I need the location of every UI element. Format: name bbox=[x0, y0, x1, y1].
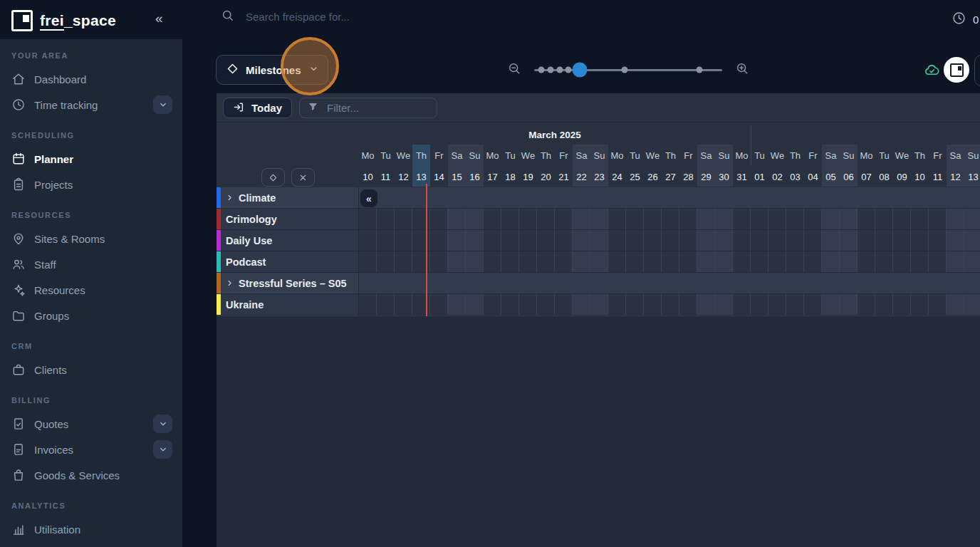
timeline-day-cell[interactable] bbox=[626, 209, 644, 229]
timeline-day-cell[interactable] bbox=[751, 230, 768, 251]
timeline-day-cell[interactable] bbox=[626, 251, 644, 272]
timeline-day-cell[interactable] bbox=[911, 251, 929, 272]
timeline-day-cell[interactable] bbox=[608, 209, 626, 229]
timeline-day-cell[interactable] bbox=[964, 294, 980, 315]
day-column-header[interactable]: Sa15 bbox=[448, 145, 466, 187]
user-avatar[interactable] bbox=[944, 57, 969, 83]
timeline-day-cell[interactable] bbox=[679, 230, 697, 251]
timeline-day-cell[interactable] bbox=[768, 209, 786, 229]
timeline-day-cell[interactable] bbox=[590, 251, 608, 272]
timeline-day-cell[interactable] bbox=[822, 209, 840, 229]
sidebar-item-invoices[interactable]: Invoices bbox=[0, 437, 182, 462]
timeline-day-cell[interactable] bbox=[715, 294, 733, 315]
day-column-header[interactable]: Su16 bbox=[466, 145, 484, 187]
day-column-header[interactable]: We09 bbox=[893, 145, 911, 187]
timeline-day-cell[interactable] bbox=[947, 209, 964, 229]
project-row-label[interactable]: Ukraine bbox=[217, 294, 359, 316]
timeline-day-cell[interactable] bbox=[786, 209, 804, 229]
timeline-day-cell[interactable] bbox=[395, 294, 412, 315]
timeline-day-cell[interactable] bbox=[484, 230, 501, 251]
timeline-day-cell[interactable] bbox=[501, 209, 519, 229]
day-column-header[interactable]: We12 bbox=[395, 145, 412, 187]
timeline-day-cell[interactable] bbox=[840, 251, 858, 272]
day-column-header[interactable]: Fr04 bbox=[804, 145, 822, 187]
day-column-header[interactable]: Mo07 bbox=[858, 145, 875, 187]
day-column-header[interactable]: Th13 bbox=[412, 145, 430, 187]
timeline-day-cell[interactable] bbox=[555, 251, 573, 272]
timeline-day-cell[interactable] bbox=[484, 294, 501, 315]
timeline-day-cell[interactable] bbox=[412, 251, 430, 272]
timeline-day-cell[interactable] bbox=[466, 294, 484, 315]
timeline-day-cell[interactable] bbox=[697, 230, 715, 251]
day-column-header[interactable]: Th20 bbox=[537, 145, 555, 187]
timeline-day-cell[interactable] bbox=[537, 251, 555, 272]
timeline-day-cell[interactable] bbox=[644, 294, 662, 315]
project-timeline-track[interactable] bbox=[359, 230, 980, 251]
timeline-day-cell[interactable] bbox=[786, 294, 804, 315]
toggle-milestones-button[interactable] bbox=[261, 168, 285, 187]
timeline-day-cell[interactable] bbox=[537, 209, 555, 229]
timeline-day-cell[interactable] bbox=[537, 230, 555, 251]
timeline-day-cell[interactable] bbox=[768, 294, 786, 315]
timeline-day-cell[interactable] bbox=[662, 251, 679, 272]
toolbar-edge-button[interactable] bbox=[974, 55, 980, 86]
sidebar-item-sites-rooms[interactable]: Sites & Rooms bbox=[0, 226, 182, 251]
timeline-day-cell[interactable] bbox=[608, 230, 626, 251]
timeline-day-cell[interactable] bbox=[395, 251, 412, 272]
timeline-day-cell[interactable] bbox=[964, 230, 980, 251]
timeline-day-cell[interactable] bbox=[377, 230, 395, 251]
timeline-day-cell[interactable] bbox=[412, 294, 430, 315]
timeline-day-cell[interactable] bbox=[608, 251, 626, 272]
timeline-day-cell[interactable] bbox=[804, 209, 822, 229]
day-column-header[interactable]: Tu01 bbox=[751, 145, 768, 187]
timeline-day-cell[interactable] bbox=[751, 294, 768, 315]
app-logo[interactable]: frei_space bbox=[11, 10, 116, 31]
timeline-day-cell[interactable] bbox=[626, 230, 644, 251]
timeline-day-cell[interactable] bbox=[448, 294, 466, 315]
today-button[interactable]: Today bbox=[223, 98, 292, 118]
sidebar-collapse-button[interactable]: « bbox=[155, 11, 163, 26]
timeline-day-cell[interactable] bbox=[519, 251, 537, 272]
milestones-dropdown-button[interactable]: Milestones bbox=[216, 55, 328, 85]
timeline-day-cell[interactable] bbox=[786, 251, 804, 272]
day-column-header[interactable]: Su23 bbox=[590, 145, 608, 187]
timeline-day-cell[interactable] bbox=[733, 230, 751, 251]
timeline-day-cell[interactable] bbox=[359, 230, 377, 251]
sidebar-item-goods-services[interactable]: Goods & Services bbox=[0, 462, 182, 488]
day-column-header[interactable]: Th03 bbox=[786, 145, 804, 187]
timeline-day-cell[interactable] bbox=[430, 209, 448, 229]
timeline-day-cell[interactable] bbox=[359, 294, 377, 315]
project-row-label[interactable]: Crimology bbox=[217, 209, 359, 230]
timeline-day-cell[interactable] bbox=[644, 209, 662, 229]
day-column-header[interactable]: Fr28 bbox=[679, 145, 697, 187]
timeline-day-cell[interactable] bbox=[430, 294, 448, 315]
timeline-day-cell[interactable] bbox=[947, 230, 964, 251]
timeline-day-cell[interactable] bbox=[929, 251, 947, 272]
timeline-day-cell[interactable] bbox=[822, 251, 840, 272]
timeline-day-cell[interactable] bbox=[573, 294, 590, 315]
timeline-day-cell[interactable] bbox=[911, 230, 929, 251]
timeline-day-cell[interactable] bbox=[947, 251, 964, 272]
zoom-out-icon[interactable] bbox=[507, 61, 521, 78]
timeline-day-cell[interactable] bbox=[679, 209, 697, 229]
timeline-day-cell[interactable] bbox=[501, 251, 519, 272]
timeline-day-cell[interactable] bbox=[804, 294, 822, 315]
zoom-slider-track[interactable] bbox=[534, 69, 722, 71]
sidebar-item-resources[interactable]: Resources bbox=[0, 277, 182, 303]
sidebar-item-time-tracking[interactable]: Time tracking bbox=[0, 92, 182, 118]
timeline-day-cell[interactable] bbox=[858, 251, 875, 272]
timeline-day-cell[interactable] bbox=[519, 209, 537, 229]
timeline-day-cell[interactable] bbox=[875, 209, 893, 229]
project-timeline-track[interactable] bbox=[359, 187, 980, 209]
timeline-day-cell[interactable] bbox=[733, 209, 751, 229]
timeline-day-cell[interactable] bbox=[573, 251, 590, 272]
day-column-header[interactable]: Sa12 bbox=[947, 145, 964, 187]
chevron-right-icon[interactable] bbox=[226, 279, 234, 287]
project-row-label[interactable]: Daily Use bbox=[217, 230, 359, 251]
project-row-label[interactable]: Climate bbox=[217, 187, 359, 209]
timeline-day-cell[interactable] bbox=[947, 294, 964, 315]
timeline-day-cell[interactable] bbox=[768, 230, 786, 251]
timeline-day-cell[interactable] bbox=[697, 294, 715, 315]
timeline-day-cell[interactable] bbox=[448, 251, 466, 272]
timeline-day-cell[interactable] bbox=[377, 294, 395, 315]
